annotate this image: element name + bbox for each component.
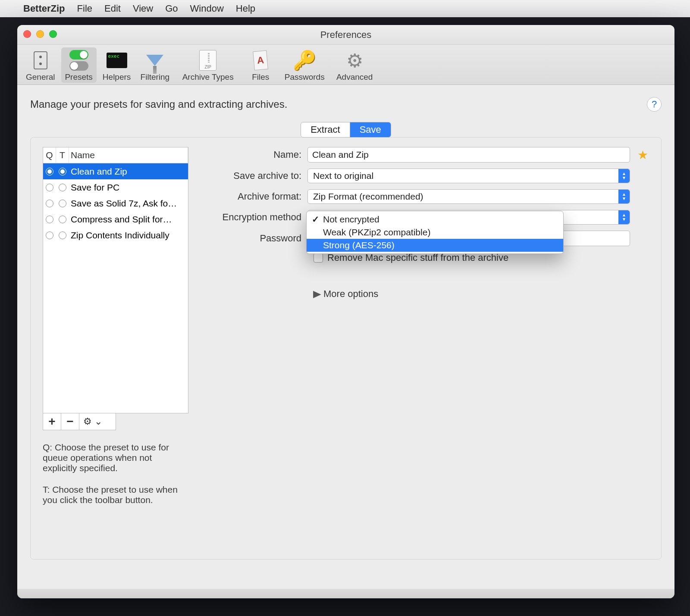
chevron-updown-icon: ▲▼ xyxy=(618,169,630,183)
mode-segmented: Extract Save xyxy=(30,122,662,138)
format-label: Archive format: xyxy=(200,191,307,202)
window-title: Preferences xyxy=(320,29,372,41)
t-radio[interactable] xyxy=(56,216,69,223)
tab-label: Files xyxy=(252,72,269,82)
name-field[interactable] xyxy=(307,147,630,163)
tab-files[interactable]: Files xyxy=(243,47,278,83)
tab-archive-types[interactable]: ZIP Archive Types xyxy=(176,47,240,83)
help-button[interactable]: ? xyxy=(647,97,662,112)
tab-advanced[interactable]: ⚙ Advanced xyxy=(331,47,378,83)
t-radio[interactable] xyxy=(56,200,69,207)
titlebar: Preferences xyxy=(17,25,674,45)
menu-go[interactable]: Go xyxy=(165,3,178,14)
option-label: Weak (PKZip2 compatible) xyxy=(323,227,430,238)
menu-help[interactable]: Help xyxy=(236,3,255,14)
tab-general[interactable]: General xyxy=(22,47,59,83)
window-bottom-edge xyxy=(17,589,674,598)
key-icon: 🔑 xyxy=(293,49,317,72)
disclosure-triangle-icon: ▶ xyxy=(313,288,321,300)
page-description: Manage your presets for saving and extra… xyxy=(30,98,287,110)
list-actions: + − ⚙ ⌄ xyxy=(43,413,116,430)
option-label: Not encrypted xyxy=(323,214,380,225)
gear-icon: ⚙ xyxy=(346,50,363,72)
header-q[interactable]: Q xyxy=(43,147,56,163)
list-row[interactable]: Save for PC xyxy=(43,179,188,195)
tab-label: Advanced xyxy=(336,72,373,82)
save-to-popup[interactable]: Next to original ▲▼ xyxy=(307,169,630,183)
q-radio[interactable] xyxy=(43,168,56,175)
row-name: Save as Solid 7z, Ask fo… xyxy=(69,198,185,209)
add-preset-button[interactable]: + xyxy=(43,413,61,430)
preferences-window: Preferences General Presets Helpers Filt… xyxy=(17,25,674,598)
tab-label: Presets xyxy=(65,72,92,82)
row-name: Save for PC xyxy=(69,182,185,193)
preferences-toolbar: General Presets Helpers Filtering ZIP Ar… xyxy=(17,45,674,85)
remove-mac-checkbox[interactable] xyxy=(314,253,323,263)
more-options-disclosure[interactable]: ▶ More options xyxy=(314,288,649,300)
row-name: Zip Contents Individually xyxy=(69,230,185,241)
preferences-body: Manage your presets for saving and extra… xyxy=(17,85,674,596)
format-popup[interactable]: Zip Format (recommended) ▲▼ xyxy=(307,189,630,204)
more-options-label: More options xyxy=(323,288,378,300)
explain-text: Q: Choose the preset to use for queue op… xyxy=(43,442,188,505)
explain-t: T: Choose the preset to use when you cli… xyxy=(43,485,188,505)
tab-passwords[interactable]: 🔑 Passwords xyxy=(281,47,328,83)
app-menu[interactable]: BetterZip xyxy=(23,3,65,14)
close-button[interactable] xyxy=(23,30,31,38)
list-row[interactable]: Zip Contents Individually xyxy=(43,227,188,243)
explain-q: Q: Choose the preset to use for queue op… xyxy=(43,442,188,473)
encryption-label: Encryption method xyxy=(200,212,307,223)
segment-extract[interactable]: Extract xyxy=(301,122,349,137)
row-name: Compress and Split for… xyxy=(69,214,185,225)
checkmark-icon: ✓ xyxy=(311,214,320,225)
general-icon xyxy=(34,51,47,69)
tab-label: Helpers xyxy=(103,72,131,82)
list-row[interactable]: Clean and Zip xyxy=(43,163,188,179)
files-icon xyxy=(253,50,268,71)
preset-actions-menu[interactable]: ⚙ ⌄ xyxy=(79,413,106,430)
encryption-option[interactable]: ✓ Not encrypted xyxy=(307,213,563,226)
segment-save[interactable]: Save xyxy=(350,122,391,137)
encryption-option[interactable]: Weak (PKZip2 compatible) xyxy=(307,226,563,239)
minimize-button[interactable] xyxy=(36,30,44,38)
menu-window[interactable]: Window xyxy=(190,3,224,14)
window-controls xyxy=(23,30,57,38)
t-radio[interactable] xyxy=(56,231,69,239)
t-radio[interactable] xyxy=(56,184,69,191)
row-name: Clean and Zip xyxy=(69,166,185,177)
q-radio[interactable] xyxy=(43,216,56,223)
encryption-option[interactable]: Strong (AES-256) xyxy=(307,239,563,252)
system-menubar: BetterZip File Edit View Go Window Help xyxy=(0,0,690,17)
tab-label: Filtering xyxy=(141,72,170,82)
q-radio[interactable] xyxy=(43,231,56,239)
list-row[interactable]: Save as Solid 7z, Ask fo… xyxy=(43,195,188,211)
t-radio[interactable] xyxy=(56,168,69,175)
menu-view[interactable]: View xyxy=(133,3,153,14)
menu-file[interactable]: File xyxy=(77,3,92,14)
list-row[interactable]: Compress and Split for… xyxy=(43,211,188,227)
tab-helpers[interactable]: Helpers xyxy=(99,47,135,83)
favorite-star-icon[interactable]: ★ xyxy=(636,148,649,161)
preset-list: Q T Name Clean and Zip Save for PC xyxy=(43,147,188,413)
tab-presets[interactable]: Presets xyxy=(61,47,97,83)
popup-value: Zip Format (recommended) xyxy=(313,191,423,202)
menu-edit[interactable]: Edit xyxy=(104,3,121,14)
remove-preset-button[interactable]: − xyxy=(61,413,79,430)
zip-icon: ZIP xyxy=(199,50,216,71)
zoom-button[interactable] xyxy=(49,30,57,38)
option-label: Strong (AES-256) xyxy=(323,240,395,250)
tab-label: General xyxy=(26,72,55,82)
header-t[interactable]: T xyxy=(56,147,69,163)
gear-icon: ⚙ xyxy=(83,416,92,427)
tab-label: Passwords xyxy=(285,72,325,82)
header-name[interactable]: Name xyxy=(69,147,188,163)
chevron-updown-icon: ▲▼ xyxy=(618,190,630,203)
name-label: Name: xyxy=(200,149,307,160)
tab-filtering[interactable]: Filtering xyxy=(137,47,173,83)
q-radio[interactable] xyxy=(43,200,56,207)
password-label: Password xyxy=(200,233,307,244)
popup-value: Next to original xyxy=(313,171,373,181)
helpers-icon xyxy=(107,53,127,68)
presets-panel: Q T Name Clean and Zip Save for PC xyxy=(30,137,662,560)
q-radio[interactable] xyxy=(43,184,56,191)
